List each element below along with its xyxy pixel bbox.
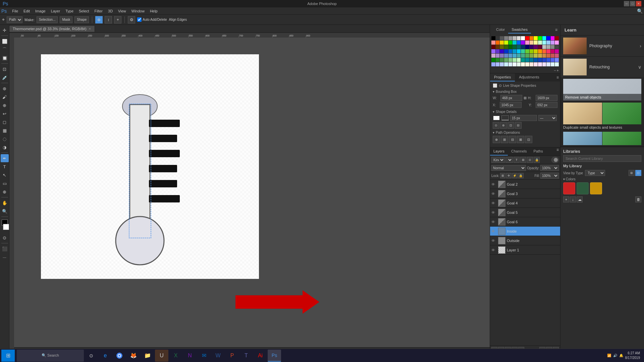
taskbar-firefox[interactable]: 🦊 <box>127 350 140 362</box>
swatches-zoom-out[interactable]: − <box>554 68 556 72</box>
path-select[interactable]: Path <box>7 16 22 23</box>
menu-window[interactable]: Window <box>129 8 147 14</box>
swatch[interactable] <box>504 62 508 66</box>
taskbar-files[interactable]: 📁 <box>141 350 154 362</box>
path-select-tool[interactable]: ⊕ <box>95 16 103 23</box>
swatch[interactable] <box>517 36 521 40</box>
swatch[interactable] <box>504 54 508 58</box>
swatch[interactable] <box>500 41 504 45</box>
swatch[interactable] <box>496 62 500 66</box>
taskbar-excel[interactable]: X <box>169 350 182 362</box>
swatch[interactable] <box>534 41 538 45</box>
swatch[interactable] <box>538 54 542 58</box>
auto-add-delete-checkbox[interactable] <box>137 17 142 22</box>
add-library-btn[interactable]: + <box>563 196 569 202</box>
swatch[interactable] <box>534 62 538 66</box>
start-button[interactable]: ⊞ <box>1 350 15 362</box>
swatch[interactable] <box>555 49 559 53</box>
stroke-swatch[interactable] <box>501 115 509 121</box>
paths-tab[interactable]: Paths <box>530 147 546 156</box>
path-ops-header[interactable]: ▾ Path Operations <box>493 131 557 134</box>
swatch[interactable] <box>500 45 504 49</box>
colors-section-header[interactable]: ▾ Colors <box>563 177 641 181</box>
bounding-box-header[interactable]: ▾ Bounding Box <box>493 90 557 94</box>
filter-kind-select[interactable]: Kind <box>491 157 505 163</box>
duplicate-small-objects-item[interactable]: Duplicate small objects and textures <box>563 103 641 130</box>
swatch[interactable] <box>546 49 550 53</box>
swatch[interactable] <box>508 58 513 62</box>
channels-tab[interactable]: Channels <box>508 147 530 156</box>
swatch[interactable] <box>513 62 517 66</box>
taskbar-onenote[interactable]: N <box>183 350 197 362</box>
taskbar-ie[interactable]: e <box>99 350 112 362</box>
swatch[interactable] <box>538 36 542 40</box>
swatch[interactable] <box>508 45 513 49</box>
minimize-button[interactable]: ─ <box>624 1 629 6</box>
swatch[interactable] <box>500 62 504 66</box>
swatch[interactable] <box>546 41 550 45</box>
menu-edit[interactable]: Edit <box>21 8 33 14</box>
swatch[interactable] <box>496 45 500 49</box>
filter-icon-3[interactable]: ⊙ <box>527 157 533 163</box>
shape-tool[interactable]: ▭ <box>1 179 9 187</box>
canvas-content[interactable] <box>14 38 490 347</box>
swatch[interactable] <box>500 49 504 53</box>
swatch[interactable] <box>517 58 521 62</box>
swatch[interactable] <box>530 36 534 40</box>
taskbar-word[interactable]: W <box>211 350 225 362</box>
swatch-yellow[interactable] <box>534 36 538 40</box>
hand-tool[interactable]: ✋ <box>1 199 9 207</box>
menu-view[interactable]: View <box>115 8 129 14</box>
swatch-white[interactable] <box>521 36 525 40</box>
swatch[interactable] <box>504 49 508 53</box>
swatch[interactable] <box>500 58 504 62</box>
swatch[interactable] <box>517 62 521 66</box>
swatch[interactable] <box>496 41 500 45</box>
swatch[interactable] <box>546 62 550 66</box>
swatch[interactable] <box>525 54 529 58</box>
library-search-input[interactable] <box>563 155 641 162</box>
adjustments-tab[interactable]: Adjustments <box>515 73 543 81</box>
layer-layer1[interactable]: 👁 Layer 1 <box>490 245 560 255</box>
spot-healing-tool[interactable]: ⊛ <box>1 84 9 93</box>
swatch[interactable] <box>534 49 538 53</box>
swatch[interactable] <box>508 54 513 58</box>
lock-pixels[interactable]: ⊞ <box>500 173 505 178</box>
swatch[interactable] <box>542 58 546 62</box>
swatch[interactable] <box>546 58 550 62</box>
grid-view-btn[interactable]: ⊡ <box>635 170 641 176</box>
path-op-exclude[interactable]: ⊡ <box>525 136 532 143</box>
library-color-red[interactable] <box>563 182 575 194</box>
make-selection-button[interactable]: Selection... <box>37 16 58 23</box>
opacity-select[interactable]: 100% <box>540 165 559 171</box>
clone-tool[interactable]: ⊕ <box>1 101 9 109</box>
swatch[interactable] <box>508 49 513 53</box>
menu-layer[interactable]: Layer <box>48 8 63 14</box>
swatch[interactable] <box>504 45 508 49</box>
swatch[interactable] <box>542 41 546 45</box>
swatch[interactable] <box>538 58 542 62</box>
path-select-tool-left[interactable]: ↖ <box>1 171 9 179</box>
swatch[interactable] <box>504 36 508 40</box>
swatch[interactable] <box>525 58 529 62</box>
fill-select[interactable]: 100% <box>540 173 559 179</box>
crop-tool[interactable]: ⊡ <box>1 65 9 73</box>
layer-eye-goal3[interactable]: 👁 <box>491 192 497 196</box>
corner-icon-3[interactable]: ⊡ <box>507 122 514 129</box>
color-tab[interactable]: Color <box>493 26 508 34</box>
blur-tool[interactable]: ◌ <box>1 135 9 143</box>
swatch[interactable] <box>555 45 559 49</box>
swatch[interactable] <box>521 62 525 66</box>
color-panel-menu[interactable]: ≡ <box>555 27 557 32</box>
live-shape-header[interactable]: ⬜ ⊙ Live Shape Properties <box>493 83 557 88</box>
swatch[interactable] <box>491 62 495 66</box>
swatch[interactable] <box>513 58 517 62</box>
taskbar-search[interactable]: 🔍 Search <box>17 350 84 362</box>
menu-3d[interactable]: 3D <box>105 8 115 14</box>
swatch[interactable] <box>525 62 529 66</box>
swatch[interactable] <box>542 36 546 40</box>
gradient-tool[interactable]: ▦ <box>1 126 9 134</box>
learn-item-retouching[interactable]: Retouching ∨ Remove small objects <box>560 57 644 147</box>
y-input[interactable] <box>536 102 557 108</box>
remove-small-objects-item[interactable]: Remove small objects <box>563 79 641 101</box>
